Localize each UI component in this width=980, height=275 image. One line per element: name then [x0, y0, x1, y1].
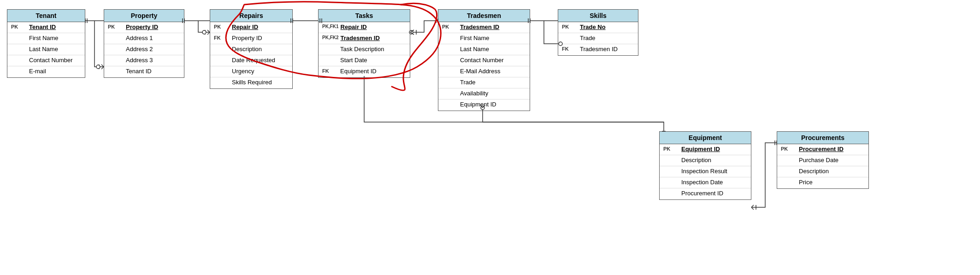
equipment-desc-field: Description	[681, 157, 747, 164]
skills-row-tradesmenid: FK Tradesmen ID	[558, 44, 638, 55]
repairs-header: Repairs	[210, 10, 292, 22]
tradesmen-lastname-field: Last Name	[460, 46, 526, 53]
skills-tradeno-field: Trade No	[580, 23, 634, 30]
equipment-row-desc: Description	[660, 155, 751, 166]
skills-entity: Skills PK Trade No Trade FK Tradesmen ID	[558, 9, 638, 56]
tradesmen-id-field: Tradesmen ID	[460, 23, 526, 30]
svg-point-6	[96, 65, 100, 69]
equipment-procid-field: Procurement ID	[681, 190, 747, 197]
tenant-entity: Tenant PK Tenant ID First Name Last Name…	[7, 9, 85, 78]
procurements-desc-field: Description	[799, 168, 865, 175]
tradesmen-row-equipid: Equipment ID	[438, 99, 530, 111]
equipment-row-procid: Procurement ID	[660, 188, 751, 199]
property-row-addr1: Address 1	[104, 33, 184, 44]
tasks-row-repairid: PK,FK1 Repair ID	[319, 22, 410, 33]
svg-line-36	[751, 207, 754, 210]
repairs-row-propertyid: FK Property ID	[210, 33, 292, 44]
repairs-propertyid-field: Property ID	[232, 35, 289, 41]
tradesmen-contact-field: Contact Number	[460, 57, 526, 64]
tenant-lastname-field: Last Name	[29, 46, 81, 53]
tasks-row-startdate: Start Date	[319, 55, 410, 66]
tenant-pk-label: PK	[11, 23, 27, 29]
tasks-startdate-field: Start Date	[340, 57, 406, 64]
tradesmen-row-firstname: First Name	[438, 33, 530, 44]
tradesmen-firstname-field: First Name	[460, 35, 526, 41]
tradesmen-email-field: E-Mail Address	[460, 68, 526, 75]
diagram-canvas: Tenant PK Tenant ID First Name Last Name…	[0, 0, 980, 275]
repairs-skills-field: Skills Required	[232, 79, 289, 86]
skills-pk-label: PK	[562, 23, 578, 29]
equipment-row-id: PK Equipment ID	[660, 144, 751, 155]
tasks-row-taskdesc: Task Description	[319, 44, 410, 55]
procurements-row-price: Price	[777, 177, 868, 188]
procurements-header: Procurements	[777, 132, 868, 144]
procurements-entity: Procurements PK Procurement ID Purchase …	[777, 131, 869, 189]
tenant-row-firstname: First Name	[7, 33, 85, 44]
property-addr1-field: Address 1	[126, 35, 180, 41]
repairs-entity: Repairs PK Repair ID FK Property ID Desc…	[210, 9, 293, 89]
tenant-email-field: E-mail	[29, 68, 81, 75]
repairs-repairid-field: Repair ID	[232, 23, 289, 30]
property-header: Property	[104, 10, 184, 22]
procurements-row-desc: Description	[777, 166, 868, 177]
procurements-price-field: Price	[799, 179, 865, 186]
tradesmen-pk-label: PK	[442, 23, 458, 29]
equipment-pk-label: PK	[663, 146, 679, 152]
tasks-row-tradesmenid: PK,FK2 Tradesmen ID	[319, 33, 410, 44]
tenant-firstname-field: First Name	[29, 35, 81, 41]
tenant-contact-field: Contact Number	[29, 57, 81, 64]
skills-trade-field: Trade	[580, 35, 634, 41]
tradesmen-row-email: E-Mail Address	[438, 66, 530, 77]
tasks-entity: Tasks PK,FK1 Repair ID PK,FK2 Tradesmen …	[318, 9, 410, 78]
repairs-datereq-field: Date Requested	[232, 57, 289, 64]
tradesmen-entity: Tradesmen PK Tradesmen ID First Name Las…	[438, 9, 530, 111]
skills-row-tradeno: PK Trade No	[558, 22, 638, 33]
procurements-row-id: PK Procurement ID	[777, 144, 868, 155]
property-pk-label: PK	[108, 23, 124, 29]
skills-tradesmenid-field: Tradesmen ID	[580, 46, 634, 53]
equipment-inspdate-field: Inspection Date	[681, 179, 747, 186]
svg-line-22	[410, 30, 414, 32]
tasks-fk-label: FK	[322, 68, 338, 74]
tradesmen-row-id: PK Tradesmen ID	[438, 22, 530, 33]
equipment-id-field: Equipment ID	[681, 146, 747, 152]
tenant-row-lastname: Last Name	[7, 44, 85, 55]
tasks-header: Tasks	[319, 10, 410, 22]
property-tenantid-field: Tenant ID	[126, 68, 180, 75]
property-addr3-field: Address 3	[126, 57, 180, 64]
procurements-pk-label: PK	[781, 146, 797, 152]
equipment-header: Equipment	[660, 132, 751, 144]
property-entity: Property PK Property ID Address 1 Addres…	[104, 9, 184, 78]
tasks-tradesmenid-field: Tradesmen ID	[341, 35, 406, 41]
property-row-propertyid: PK Property ID	[104, 22, 184, 33]
tenant-tenantid-field: Tenant ID	[29, 23, 81, 30]
repairs-row-repairid: PK Repair ID	[210, 22, 292, 33]
tenant-row-email: E-mail	[7, 66, 85, 77]
equipment-row-inspdate: Inspection Date	[660, 177, 751, 188]
tradesmen-equipid-field: Equipment ID	[460, 101, 526, 108]
tasks-pkfk1-label: PK,FK1	[322, 23, 339, 29]
tradesmen-row-avail: Availability	[438, 88, 530, 99]
tradesmen-row-trade: Trade	[438, 77, 530, 88]
equipment-entity: Equipment PK Equipment ID Description In…	[659, 131, 751, 200]
tradesmen-trade-field: Trade	[460, 79, 526, 86]
repairs-fk-label: FK	[214, 35, 230, 41]
tenant-header: Tenant	[7, 10, 85, 22]
tasks-equipmentid-field: Equipment ID	[340, 68, 406, 75]
svg-line-35	[751, 205, 754, 207]
property-row-addr2: Address 2	[104, 44, 184, 55]
property-row-tenantid: Tenant ID	[104, 66, 184, 77]
skills-row-trade: Trade	[558, 33, 638, 44]
repairs-row-desc: Description	[210, 44, 292, 55]
tenant-row-tenantid: PK Tenant ID	[7, 22, 85, 33]
repairs-pk-label: PK	[214, 23, 230, 29]
tenant-row-contact: Contact Number	[7, 55, 85, 66]
tasks-repairid-field: Repair ID	[341, 23, 406, 30]
tasks-row-equipmentid: FK Equipment ID	[319, 66, 410, 77]
skills-fk-label: FK	[562, 46, 578, 52]
procurements-row-purchdate: Purchase Date	[777, 155, 868, 166]
tasks-taskdesc-field: Task Description	[340, 46, 406, 53]
repairs-row-urgency: Urgency	[210, 66, 292, 77]
repairs-row-skills: Skills Required	[210, 77, 292, 88]
repairs-row-datereq: Date Requested	[210, 55, 292, 66]
